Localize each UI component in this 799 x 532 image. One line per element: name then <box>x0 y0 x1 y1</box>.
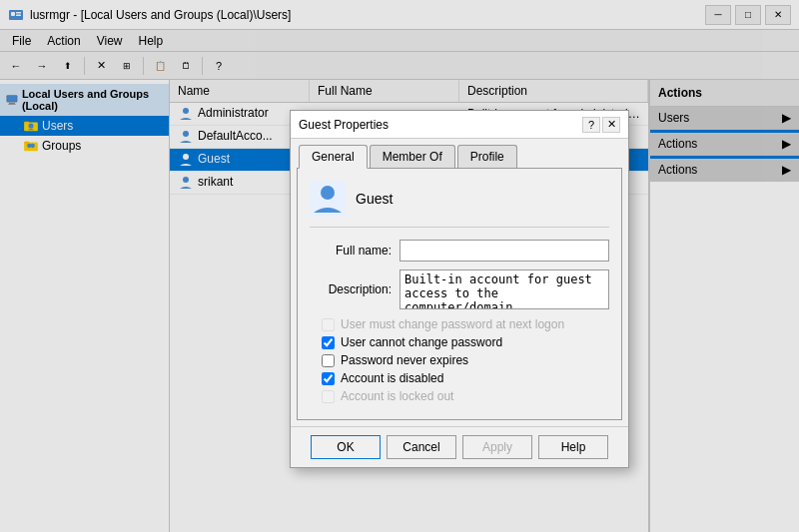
checkbox-row-disabled: Account is disabled <box>310 371 609 385</box>
apply-button[interactable]: Apply <box>462 435 532 459</box>
modal-close-button[interactable]: ✕ <box>602 117 620 133</box>
user-profile-icon <box>310 181 346 217</box>
checkbox-lockedout-label: Account is locked out <box>341 389 453 403</box>
dialog-buttons: OK Cancel Apply Help <box>291 426 628 467</box>
cancel-button[interactable]: Cancel <box>387 435 456 459</box>
checkbox-cannotchange-label: User cannot change password <box>341 335 502 349</box>
checkbox-row-neverexpires: Password never expires <box>310 353 609 367</box>
checkbox-row-cannotchange: User cannot change password <box>310 335 609 349</box>
modal-overlay: Guest Properties ? ✕ General Member Of P… <box>0 0 799 532</box>
description-label: Description: <box>310 282 400 296</box>
modal-title-bar: Guest Properties ? ✕ <box>291 111 628 139</box>
form-row-description: Description: Built-in account for guest … <box>310 269 609 309</box>
checkbox-row-mustchange: User must change password at next logon <box>310 317 609 331</box>
tab-bar: General Member Of Profile <box>291 139 628 168</box>
fullname-label: Full name: <box>310 244 400 258</box>
help-button[interactable]: Help <box>538 435 608 459</box>
checkbox-accountdisabled[interactable] <box>322 372 335 385</box>
svg-point-19 <box>321 186 335 200</box>
modal-title-controls: ? ✕ <box>582 117 620 133</box>
tab-content-general: Guest Full name: Description: Built-in a… <box>297 168 622 420</box>
checkbox-cannotchange[interactable] <box>322 336 335 349</box>
checkbox-mustchange-label: User must change password at next logon <box>341 317 564 331</box>
checkbox-accountdisabled-label: Account is disabled <box>341 371 443 385</box>
fullname-input[interactable] <box>400 240 609 262</box>
modal-dialog: Guest Properties ? ✕ General Member Of P… <box>290 110 629 468</box>
ok-button[interactable]: OK <box>311 435 381 459</box>
checkbox-neverexpires[interactable] <box>322 354 335 367</box>
tab-member-of[interactable]: Member Of <box>370 145 455 168</box>
modal-title: Guest Properties <box>299 118 389 132</box>
checkbox-neverexpires-label: Password never expires <box>341 353 468 367</box>
description-input[interactable]: Built-in account for guest access to the… <box>400 269 609 309</box>
tab-profile[interactable]: Profile <box>457 145 517 168</box>
profile-section: Guest <box>310 181 609 228</box>
checkbox-mustchange[interactable] <box>322 318 335 331</box>
checkbox-lockedout[interactable] <box>322 390 335 403</box>
form-row-fullname: Full name: <box>310 240 609 262</box>
checkbox-row-lockedout: Account is locked out <box>310 389 609 403</box>
profile-username: Guest <box>356 191 393 207</box>
modal-help-button[interactable]: ? <box>582 117 600 133</box>
tab-general[interactable]: General <box>299 145 368 169</box>
